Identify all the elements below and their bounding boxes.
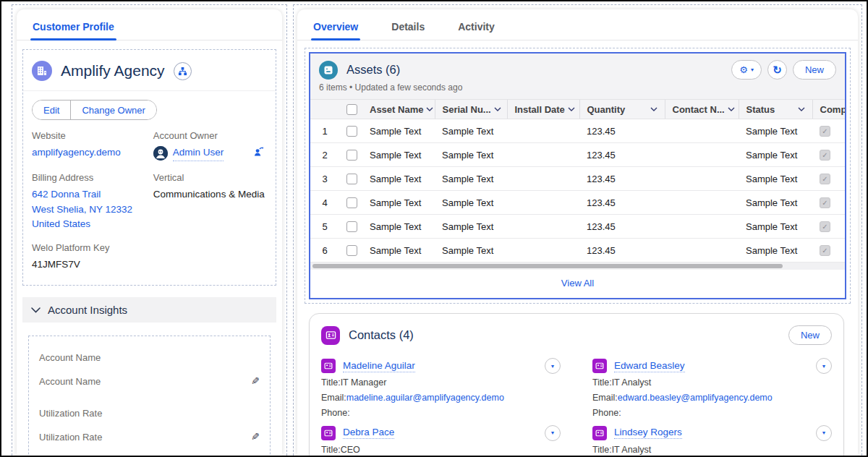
select-all-checkbox[interactable] <box>346 104 357 115</box>
competitor-checkbox <box>820 245 830 256</box>
contact-title-value: IT Manager <box>341 377 387 388</box>
refresh-icon: ↻ <box>773 64 782 77</box>
column-header-status[interactable]: Status <box>739 100 812 119</box>
contacts-card: Contacts (4) New Madeline Aguilar ▼ Titl… <box>309 313 844 457</box>
row-checkbox[interactable] <box>346 245 357 256</box>
contact-email-link[interactable]: madeline.aguilar@amplifyagency.demo <box>346 393 504 403</box>
table-horizontal-scrollbar[interactable] <box>310 262 845 270</box>
row-checkbox[interactable] <box>346 174 357 184</box>
column-header-serial-number[interactable]: Serial Nu... <box>435 100 507 119</box>
contact-item: Edward Beasley ▼ Title:IT Analyst Email:… <box>592 358 832 419</box>
owner-link[interactable]: Admin User <box>173 145 224 161</box>
row-checkbox[interactable] <box>346 221 357 232</box>
contact-title-label: Title: <box>321 445 341 455</box>
tab-activity[interactable]: Activity <box>458 21 495 40</box>
asset-box-icon <box>323 65 333 75</box>
column-header-quantity[interactable]: Quantity <box>579 100 665 119</box>
contact-name-link[interactable]: Debra Pace <box>343 427 394 439</box>
contact-email-label: Email: <box>321 393 346 403</box>
edit-pencil-icon[interactable]: ✎ <box>251 431 260 443</box>
contact-item: Debra Pace ▼ Title:CEO Email: Phone: <box>321 425 561 457</box>
view-all-link[interactable]: View All <box>561 278 594 289</box>
contact-actions-button[interactable]: ▼ <box>816 358 832 374</box>
tab-overview[interactable]: Overview <box>313 21 358 40</box>
contact-name-link[interactable]: Edward Beasley <box>614 360 685 372</box>
change-owner-button[interactable]: Change Owner <box>70 101 156 119</box>
chevron-down-icon <box>568 107 575 111</box>
table-row[interactable]: 1 Sample TextSample Text 123.45 Sample T… <box>310 119 845 143</box>
account-insights-title: Account Insights <box>48 304 127 316</box>
contact-name-link[interactable]: Madeline Aguilar <box>343 360 415 372</box>
vertical-value: Communications & Media <box>153 187 267 202</box>
field-billing-address: Billing Address 642 Donna Trail West She… <box>32 172 149 231</box>
field-account-owner: Account Owner Admin User <box>153 130 267 161</box>
contacts-icon <box>321 326 340 345</box>
contact-actions-button[interactable]: ▼ <box>545 425 561 441</box>
contact-title-label: Title: <box>592 445 612 455</box>
dropdown-icon: ▼ <box>550 430 556 435</box>
scrollbar-thumb[interactable] <box>312 264 783 268</box>
contact-icon <box>321 359 336 373</box>
assets-section-wrapper: Assets (6) ⚙ ▾ ↻ New 6 items • <box>305 48 851 304</box>
website-link[interactable]: amplifyagency.demo <box>32 147 121 158</box>
contacts-title: Contacts (4) <box>349 328 414 342</box>
row-checkbox[interactable] <box>346 197 357 208</box>
contacts-new-button[interactable]: New <box>788 325 832 345</box>
chevron-down-icon <box>494 107 501 111</box>
row-checkbox[interactable] <box>346 126 357 137</box>
contact-icon <box>592 359 607 373</box>
column-header-contact-name[interactable]: Contact N... <box>665 100 739 119</box>
assets-table: Asset Name Serial Nu... Install Date Qua… <box>310 99 845 262</box>
customer-profile-card: Customer Profile <box>17 9 282 456</box>
assets-settings-button[interactable]: ⚙ ▾ <box>731 60 762 80</box>
row-checkbox[interactable] <box>346 150 357 161</box>
tab-details[interactable]: Details <box>391 21 425 40</box>
assets-title: Assets (6) <box>346 63 400 77</box>
account-insights-header[interactable]: Account Insights <box>22 297 276 323</box>
edit-pencil-icon[interactable]: ✎ <box>251 375 260 387</box>
assets-new-button[interactable]: New <box>793 60 836 80</box>
table-row[interactable]: 5 Sample TextSample Text 123.45 Sample T… <box>310 215 845 239</box>
vertical-label: Vertical <box>153 172 267 183</box>
dropdown-icon: ▼ <box>822 430 827 435</box>
chevron-down-icon <box>798 107 805 111</box>
gear-icon: ⚙ <box>739 64 748 75</box>
column-header-install-date[interactable]: Install Date <box>507 100 579 119</box>
table-row[interactable]: 6 Sample TextSample Text 123.45 Sample T… <box>310 239 845 262</box>
table-row[interactable]: 4 Sample TextSample Text 123.45 Sample T… <box>310 191 845 215</box>
customer-profile-region: Customer Profile <box>12 4 287 456</box>
column-header-asset-name[interactable]: Asset Name <box>362 100 435 119</box>
platform-key-value: 41JMFS7V <box>32 257 149 272</box>
contact-icon <box>321 426 336 440</box>
field-vertical: Vertical Communications & Media <box>153 172 267 231</box>
edit-button[interactable]: Edit <box>33 101 70 119</box>
user-avatar-icon <box>153 146 168 161</box>
contact-card-icon <box>326 330 336 341</box>
contact-item: Madeline Aguilar ▼ Title:IT Manager Emai… <box>321 358 561 419</box>
table-row[interactable]: 2 Sample TextSample Text 123.45 Sample T… <box>310 143 845 167</box>
billing-line-1[interactable]: 642 Donna Trail <box>32 189 101 200</box>
contact-email-link[interactable]: edward.beasley@amplifyagency.demo <box>618 393 773 403</box>
contact-title-value: IT Analyst <box>612 377 652 388</box>
hierarchy-button[interactable] <box>174 62 192 80</box>
billing-line-3[interactable]: United States <box>32 218 90 229</box>
billing-address-label: Billing Address <box>32 172 149 183</box>
table-row[interactable]: 3 Sample TextSample Text 123.45 Sample T… <box>310 167 845 191</box>
contact-actions-button[interactable]: ▼ <box>545 358 561 374</box>
account-name-title: Amplify Agency <box>61 62 165 80</box>
chevron-down-icon <box>426 107 433 111</box>
assets-refresh-button[interactable]: ↻ <box>767 60 787 80</box>
change-owner-icon[interactable] <box>253 146 264 161</box>
contact-email-label: Email: <box>592 393 618 403</box>
column-header-competitor[interactable]: Competitor <box>812 100 845 119</box>
contact-actions-button[interactable]: ▼ <box>816 425 832 441</box>
hierarchy-icon <box>178 67 187 76</box>
assets-meta: 6 items • Updated a few seconds ago <box>310 80 845 99</box>
contact-name-link[interactable]: Lindsey Rogers <box>614 427 682 439</box>
record-detail-card: Overview Details Activity <box>297 9 858 456</box>
billing-line-2[interactable]: West Shelia, NY 12332 <box>32 204 132 215</box>
left-tabstrip: Customer Profile <box>17 9 282 40</box>
tab-customer-profile[interactable]: Customer Profile <box>33 21 114 40</box>
dropdown-icon: ▼ <box>822 364 827 369</box>
dropdown-icon: ▼ <box>550 364 556 369</box>
